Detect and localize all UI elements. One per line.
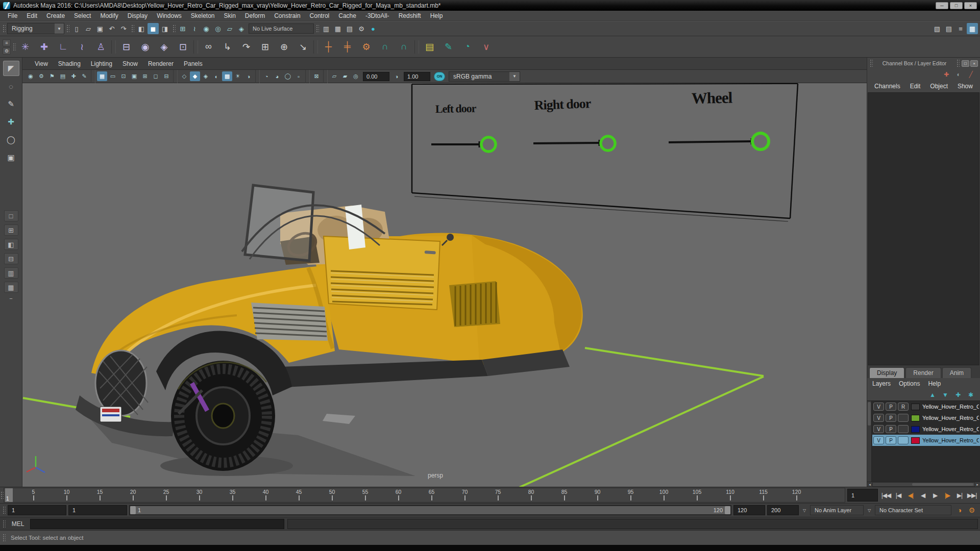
select-camera-icon[interactable]: ◉ [26, 71, 36, 81]
drag-grip[interactable] [0, 491, 4, 500]
layer-visibility-toggle[interactable]: V [873, 414, 884, 422]
xray-icon[interactable]: ▱ [329, 71, 339, 81]
menu-redshift[interactable]: Redshift [394, 11, 426, 20]
layer-color-swatch[interactable] [911, 404, 920, 410]
muscle-spline-icon[interactable]: ╪ [338, 38, 357, 56]
chevron-down-icon[interactable]: ▽ [866, 508, 873, 513]
vertical-scrollbar[interactable] [867, 401, 872, 482]
menu-deform[interactable]: Deform [240, 11, 270, 20]
step-forward-key-button[interactable]: ▶| [953, 487, 966, 503]
layer-name[interactable]: Yellow_Hover_Retro_Car [922, 404, 979, 410]
select-object-icon[interactable]: ◼ [148, 23, 159, 34]
time-tick[interactable]: 120 [780, 489, 813, 502]
menu-create[interactable]: Create [42, 11, 69, 20]
layer-visibility-toggle[interactable]: V [873, 436, 884, 444]
drag-grip[interactable] [12, 42, 16, 52]
layer-move-up-icon[interactable]: ▲ [928, 391, 937, 399]
channel-list-area[interactable] [868, 92, 979, 365]
undo-icon[interactable]: ↶ [106, 23, 117, 34]
layer-row[interactable]: V P R Yellow_Hover_Retro_Car [872, 401, 980, 412]
range-slider-bar[interactable]: 1 120 [129, 505, 731, 515]
speed-slider-icon[interactable]: ◐ [954, 70, 963, 79]
time-tick[interactable]: 25 [150, 489, 183, 502]
layer-playback-toggle[interactable]: P [886, 436, 896, 444]
snap-curve-icon[interactable]: ≀ [189, 23, 200, 34]
time-tick[interactable]: 65 [415, 489, 448, 502]
picker-control-circle[interactable] [481, 137, 496, 152]
character-set-dropdown[interactable]: No Character Set [875, 505, 951, 515]
layer-visibility-toggle[interactable]: V [873, 425, 884, 433]
layout-persp-graph[interactable]: ⊟ [4, 253, 18, 264]
notes-icon[interactable]: ▤ [420, 38, 439, 56]
blend-shape-icon[interactable]: ∨ [477, 38, 496, 56]
time-tick[interactable]: 20 [116, 489, 150, 502]
time-tick[interactable]: 100 [647, 489, 680, 502]
anim-layer-dropdown[interactable]: No Anim Layer [810, 505, 864, 515]
horizontal-scrollbar[interactable]: ◂ ▸ [867, 482, 980, 487]
snap-projected-center-icon[interactable]: ◎ [212, 23, 224, 34]
layer-display-type-toggle[interactable]: R [898, 403, 909, 411]
bind-skin-icon[interactable]: ⊟ [117, 38, 136, 56]
drag-grip[interactable] [869, 59, 873, 68]
time-tick[interactable]: 55 [349, 489, 382, 502]
animation-start-field[interactable]: 1 [8, 505, 66, 515]
pan-zoom-icon[interactable]: ✚ [68, 71, 79, 81]
tool-settings-icon[interactable]: ≡ [955, 23, 966, 34]
shelf-tabs-icon[interactable]: ≡ [3, 39, 11, 46]
film-gate-icon[interactable]: ▭ [108, 71, 118, 81]
create-layer-from-selected-icon[interactable]: ✱ [967, 391, 975, 399]
time-tick[interactable]: 15 [83, 489, 116, 502]
layer-menu-options[interactable]: Options [899, 380, 920, 387]
quick-rig-icon[interactable]: ♙ [91, 38, 110, 56]
isolate-select-icon[interactable]: ⊠ [311, 71, 322, 81]
panel-menu-panels[interactable]: Panels [179, 60, 208, 67]
time-tick[interactable]: 70 [448, 489, 481, 502]
exposure-field[interactable]: 0.00 [363, 72, 389, 81]
scroll-left-arrow[interactable]: ◂ [867, 483, 872, 487]
chevron-down-icon[interactable]: ▼ [509, 72, 520, 81]
menu-display[interactable]: Display [123, 11, 152, 20]
lasso-tool[interactable]: ◌ [3, 79, 19, 94]
channel-box-icon[interactable]: ▦ [967, 23, 978, 34]
layout-persp-outliner[interactable]: ◧ [4, 239, 18, 250]
animation-end-field[interactable]: 200 [767, 505, 799, 515]
ik-handle-icon[interactable]: ∟ [54, 38, 72, 56]
shrinkwrap-icon[interactable]: ∩ [395, 38, 413, 56]
move-tool[interactable]: ✚ [3, 114, 19, 130]
rotate-tool[interactable]: ◯ [3, 132, 19, 147]
panel-menu-renderer[interactable]: Renderer [143, 60, 179, 67]
layout-uv-editor[interactable]: ▦ [4, 282, 18, 293]
step-forward-frame-button[interactable]: |▶ [941, 487, 953, 503]
channel-menu-edit[interactable]: Edit [910, 83, 921, 90]
time-tick[interactable]: 60 [382, 489, 415, 502]
time-tick[interactable]: 5 [17, 489, 50, 502]
go-to-start-button[interactable]: |◀◀ [880, 487, 892, 503]
interactive-bind-icon[interactable]: ◉ [136, 38, 155, 56]
panel-menu-view[interactable]: View [30, 60, 53, 67]
animation-preferences-icon[interactable]: ⚙ [966, 505, 978, 515]
create-empty-layer-icon[interactable]: ✚ [954, 391, 962, 399]
layout-hypershade[interactable]: ▥ [4, 267, 18, 279]
camera-attributes-icon[interactable]: ⚙ [36, 71, 46, 81]
scale-tool[interactable]: ▣ [3, 150, 19, 165]
picker-control-circle[interactable] [601, 136, 615, 151]
viewport-scene[interactable]: Left door Right door Wheel [22, 83, 867, 487]
time-tick[interactable]: 45 [282, 489, 315, 502]
time-tick[interactable]: 90 [581, 489, 614, 502]
select-tool[interactable]: ◤ [3, 61, 19, 76]
menu-windows[interactable]: Windows [152, 11, 186, 20]
time-slider-playhead[interactable]: 1 [5, 488, 13, 502]
layer-color-swatch[interactable] [911, 415, 920, 421]
motion-blur-icon[interactable]: ◕ [272, 71, 282, 81]
channel-menu-object[interactable]: Object [930, 83, 948, 90]
step-back-frame-button[interactable]: ◀| [904, 487, 917, 503]
joint-tool-icon[interactable]: ✳ [16, 38, 35, 56]
picker-label-wheel[interactable]: Wheel [692, 89, 733, 107]
select-component-icon[interactable]: ◨ [159, 23, 170, 34]
save-scene-icon[interactable]: ▣ [94, 23, 106, 34]
layer-move-down-icon[interactable]: ▼ [941, 391, 949, 399]
channel-menu-show[interactable]: Show [958, 83, 973, 90]
command-result-field[interactable] [287, 519, 978, 529]
new-scene-icon[interactable]: ▯ [71, 23, 82, 34]
close-button[interactable]: × [964, 2, 977, 9]
